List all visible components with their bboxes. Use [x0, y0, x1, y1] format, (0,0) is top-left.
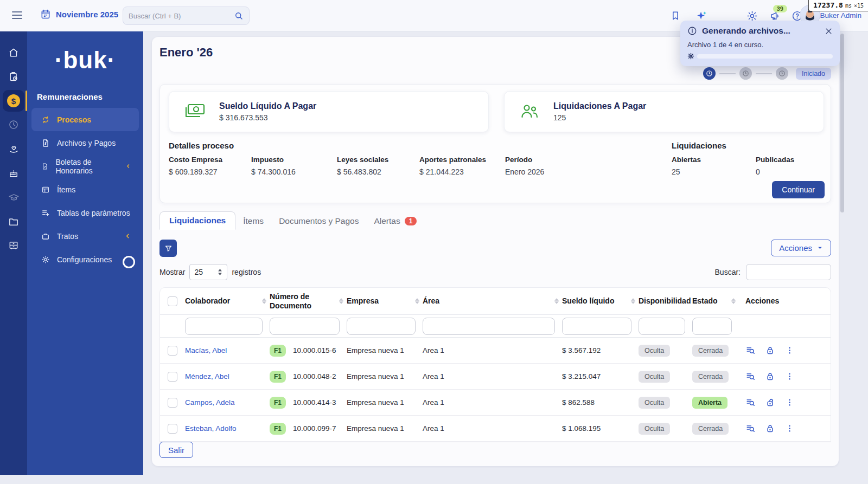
tab-documentos-y-pagos[interactable]: Documentos y Pagos [271, 212, 366, 230]
view-details-icon[interactable] [745, 345, 756, 356]
kebab-menu-icon[interactable] [784, 397, 795, 408]
settings-gear-icon[interactable] [746, 10, 758, 22]
lock-icon[interactable] [765, 345, 775, 356]
step-2-clock-icon[interactable] [739, 67, 752, 80]
sidebar-item-boletas-de-honorarios[interactable]: Boletas de Honorarios [31, 154, 139, 178]
scrollbar-thumb[interactable] [840, 34, 844, 212]
area-cell: Area 1 [423, 398, 562, 406]
step-1-clock-icon[interactable] [703, 67, 716, 80]
tab-liquidaciones[interactable]: Liquidaciones [159, 211, 235, 230]
col-empresa[interactable]: Empresa [347, 296, 423, 305]
company-cell: Empresa nueva 1 [347, 372, 423, 380]
row-checkbox[interactable] [168, 398, 177, 408]
col-numero-documento[interactable]: Número de Documento [270, 292, 347, 309]
bookmark-icon[interactable] [670, 10, 681, 21]
filter-empresa-input[interactable] [347, 318, 416, 335]
sidebar-item-tablas-de-parametros[interactable]: Tablas de parámetros [31, 201, 139, 224]
filter-disponibilidad-input[interactable] [639, 318, 685, 335]
table-icon [41, 185, 50, 194]
col-disponibilidad[interactable]: Disponibilidad [639, 296, 692, 305]
search-icon[interactable] [234, 11, 244, 21]
kebab-menu-icon[interactable] [784, 345, 795, 356]
metric-title: Liquidaciones A Pagar [553, 101, 646, 111]
culture-cake-icon[interactable] [3, 162, 24, 184]
sort-icon[interactable] [631, 298, 635, 304]
user-name[interactable]: Buker Admin [820, 11, 861, 20]
row-checkbox[interactable] [168, 424, 177, 434]
process-summary-card: Sueldo Líquido A Pagar $ 316.673.553 Liq… [159, 84, 831, 203]
period-selector[interactable]: Noviembre 2025 [40, 9, 118, 20]
tab-items[interactable]: Ítems [235, 212, 271, 230]
briefcase-icon [41, 232, 50, 241]
tab-alertas[interactable]: Alertas1 [366, 212, 424, 230]
lock-icon[interactable] [765, 397, 775, 408]
filter-documento-input[interactable] [270, 318, 340, 335]
loading-spinner [123, 256, 135, 268]
refresh-icon [41, 115, 50, 124]
sparkle-ai-icon[interactable] [695, 10, 707, 22]
table-search: Buscar: [715, 264, 831, 280]
filter-estado-input[interactable] [692, 318, 732, 335]
view-details-icon[interactable] [745, 371, 756, 382]
continue-button[interactable]: Continuar [772, 181, 825, 198]
toast-title: Generando archivos... [702, 26, 790, 36]
row-checkbox[interactable] [168, 372, 177, 382]
page-size-select[interactable]: 25 [189, 264, 227, 280]
schedule-clipboard-icon[interactable] [3, 66, 24, 87]
documents-folder-icon[interactable] [3, 211, 24, 233]
sort-icon[interactable] [731, 298, 736, 304]
organization-cabinet-icon[interactable] [3, 235, 24, 256]
col-estado[interactable]: Estado [692, 296, 739, 305]
close-icon[interactable] [825, 27, 833, 35]
sidebar-item-items[interactable]: Ítems [31, 178, 139, 201]
sort-icon[interactable] [262, 298, 266, 304]
visibility-badge: Oculta [639, 397, 670, 409]
global-search[interactable] [123, 7, 250, 25]
table-row: Méndez, Abel F110.000.048-2 Empresa nuev… [160, 364, 831, 390]
sort-icon[interactable] [415, 298, 419, 304]
sort-icon[interactable] [554, 298, 559, 304]
salary-cell: $ 3.215.047 [562, 372, 639, 380]
lock-icon[interactable] [765, 371, 775, 382]
exit-button[interactable]: Salir [159, 442, 193, 458]
lock-icon[interactable] [765, 423, 775, 434]
filter-sueldo-input[interactable] [562, 318, 631, 335]
home-icon[interactable] [3, 42, 24, 63]
document-number: 10.000.099-7 [293, 424, 336, 433]
table-search-input[interactable] [746, 264, 831, 280]
sidebar-item-tratos[interactable]: Tratos [31, 224, 139, 248]
company-cell: Empresa nueva 1 [347, 346, 423, 354]
search-input[interactable] [129, 12, 234, 20]
col-area[interactable]: Área [423, 296, 562, 305]
time-clock-icon[interactable] [3, 114, 24, 135]
kebab-menu-icon[interactable] [784, 423, 795, 434]
detail-aportes-patronales: Aportes patronales$ 21.044.223 [419, 156, 486, 176]
training-graduation-icon[interactable] [3, 186, 24, 208]
view-details-icon[interactable] [745, 397, 756, 408]
gear-spinner-icon [687, 53, 694, 60]
remunerations-dollar-icon[interactable]: $ [3, 90, 24, 112]
benefits-hand-heart-icon[interactable] [3, 138, 24, 160]
collaborator-link[interactable]: Campos, Adela [185, 398, 235, 406]
up-down-icon [218, 268, 222, 276]
collaborator-link[interactable]: Macías, Abel [185, 346, 227, 354]
area-cell: Area 1 [423, 346, 562, 354]
sidebar-item-archivos-y-pagos[interactable]: Archivos y Pagos [31, 131, 139, 154]
menu-icon[interactable] [12, 11, 22, 21]
row-checkbox[interactable] [168, 346, 177, 356]
filter-button[interactable] [159, 240, 177, 257]
actions-dropdown-button[interactable]: Acciones [771, 240, 831, 256]
view-details-icon[interactable] [745, 423, 756, 434]
announcements-icon[interactable]: 39 [769, 10, 781, 22]
collaborator-link[interactable]: Esteban, Adolfo [185, 424, 237, 433]
kebab-menu-icon[interactable] [784, 371, 795, 382]
col-colaborador[interactable]: Colaborador [185, 296, 270, 305]
step-3-clock-icon[interactable] [776, 67, 788, 80]
sort-icon[interactable] [339, 298, 343, 304]
select-all-checkbox[interactable] [168, 296, 177, 306]
filter-colaborador-input[interactable] [185, 318, 263, 335]
sidebar-item-procesos[interactable]: Procesos [31, 108, 139, 131]
filter-area-input[interactable] [423, 318, 555, 335]
collaborator-link[interactable]: Méndez, Abel [185, 372, 229, 380]
col-sueldo-liquido[interactable]: Sueldo líquido [562, 296, 639, 305]
